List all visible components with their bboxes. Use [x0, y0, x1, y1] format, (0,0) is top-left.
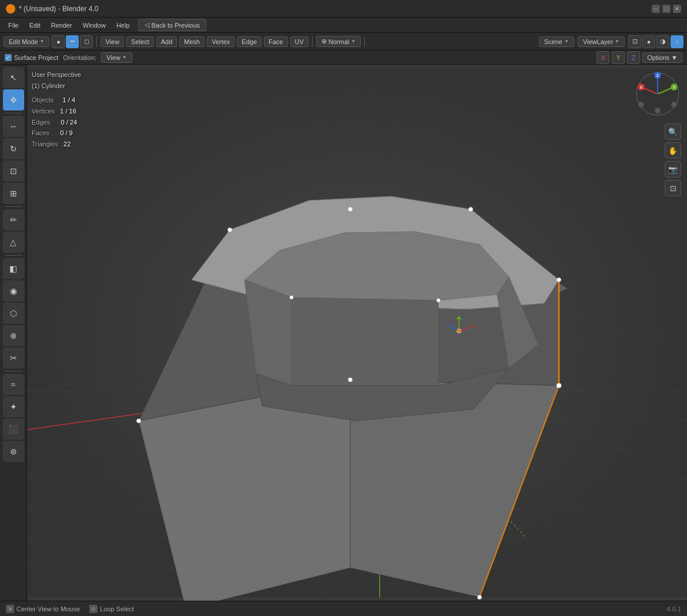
- zoom-in-btn[interactable]: 🔍: [665, 123, 681, 140]
- viewport[interactable]: User Perspective (1) Cylinder Objects 1 …: [27, 65, 687, 601]
- svg-text:X: X: [640, 85, 643, 89]
- transform-selector[interactable]: ⊕ Normal ▼: [316, 36, 361, 47]
- sep-1: [96, 36, 97, 47]
- loop-cut-tool-btn[interactable]: ⊕: [3, 325, 24, 346]
- view-menu[interactable]: View: [100, 36, 124, 47]
- vertex-select-mode[interactable]: ●: [52, 35, 65, 48]
- view-layer-selector[interactable]: ViewLayer ▼: [578, 36, 625, 47]
- mode-dropdown-arrow: ▼: [40, 39, 45, 44]
- svg-point-49: [437, 299, 440, 302]
- sep-2: [312, 36, 313, 47]
- vertex-menu[interactable]: Vertex: [207, 36, 234, 47]
- tool-sep-2: [5, 206, 22, 207]
- face-menu[interactable]: Face: [264, 36, 287, 47]
- title-bar: * (Unsaved) - Blender 4.0 ─ □ ✕: [0, 0, 687, 18]
- tool-sep-1: [5, 113, 22, 113]
- sep-3: [364, 36, 365, 47]
- svg-point-73: [638, 102, 644, 108]
- smooth-tool-btn[interactable]: ≈: [3, 374, 24, 395]
- svg-point-39: [228, 228, 232, 232]
- y-axis-btn[interactable]: Y: [612, 51, 625, 64]
- svg-text:Z: Z: [656, 73, 659, 78]
- menu-render[interactable]: Render: [46, 21, 77, 30]
- transform-tool-btn[interactable]: ⊞: [3, 183, 24, 204]
- status-bar: 🖱 Center View to Mouse ⊙ Loop Select 4.0…: [0, 601, 687, 616]
- svg-text:Y: Y: [673, 85, 676, 89]
- pan-btn[interactable]: ✋: [665, 142, 681, 159]
- svg-point-41: [469, 207, 473, 212]
- back-button-label: Back to Previous: [152, 22, 200, 29]
- select-icon: ⊙: [89, 605, 98, 613]
- svg-point-71: [671, 102, 677, 108]
- surface-project-label[interactable]: Surface Project: [5, 54, 58, 61]
- shrink-flatten-btn[interactable]: ✦: [3, 396, 24, 417]
- move-tool-btn[interactable]: ↔: [3, 116, 24, 137]
- orientation-selector[interactable]: View ▼: [101, 52, 132, 63]
- inset-tool-btn[interactable]: ◉: [3, 280, 24, 302]
- push-pull-btn[interactable]: ⬛: [3, 419, 24, 440]
- svg-point-43: [557, 383, 561, 388]
- x-axis-btn[interactable]: X: [596, 51, 609, 64]
- top-toolbar: Edit Mode ▼ ● ━ ◻ View Select Add Mesh V…: [0, 33, 687, 51]
- camera-btn[interactable]: 📷: [665, 161, 681, 178]
- bevel-tool-btn[interactable]: ⬡: [3, 303, 24, 324]
- close-button[interactable]: ✕: [673, 5, 681, 13]
- app-icon: [6, 4, 15, 14]
- tool-sep-4: [5, 371, 22, 371]
- back-to-previous-button[interactable]: ◁ Back to Previous: [138, 19, 207, 31]
- menu-edit[interactable]: Edit: [25, 21, 45, 30]
- gizmo-area[interactable]: Z Y X: [634, 71, 681, 118]
- scale-tool-btn[interactable]: ⊡: [3, 160, 24, 182]
- transform-icon: ⊕: [321, 38, 327, 45]
- axis-controls: X Y Z Options ▼: [596, 51, 682, 64]
- cursor-tool-btn[interactable]: ✥: [3, 89, 24, 111]
- back-arrow-icon: ◁: [145, 21, 149, 29]
- menu-bar: File Edit Render Window Help ◁ Back to P…: [0, 18, 687, 33]
- select-menu[interactable]: Select: [126, 36, 154, 47]
- svg-point-42: [557, 278, 561, 282]
- menu-file[interactable]: File: [4, 21, 24, 30]
- options-btn[interactable]: Options ▼: [642, 52, 682, 63]
- right-header-group: Scene ▼ ViewLayer ▼ ⊡ ● ◑ ○: [539, 35, 683, 48]
- edge-select-mode[interactable]: ━: [66, 35, 79, 48]
- surface-project-checkbox[interactable]: [5, 54, 12, 61]
- tool-sep-3: [5, 255, 22, 256]
- select-tool-btn[interactable]: ↖: [3, 67, 24, 88]
- scene-label: Scene: [544, 38, 562, 45]
- solid-btn[interactable]: ●: [642, 35, 655, 48]
- projection-btn[interactable]: ⊡: [665, 180, 681, 196]
- z-axis-btn[interactable]: Z: [627, 51, 640, 64]
- rendered-btn[interactable]: ○: [671, 35, 683, 48]
- mesh-select-modes: ● ━ ◻: [52, 35, 93, 48]
- svg-point-44: [478, 595, 482, 600]
- maximize-button[interactable]: □: [662, 5, 671, 13]
- viewport-display-modes: ⊡ ● ◑ ○: [628, 35, 683, 48]
- window-controls[interactable]: ─ □ ✕: [652, 5, 681, 13]
- mode-selector[interactable]: Edit Mode ▼: [4, 36, 49, 47]
- menu-window[interactable]: Window: [78, 21, 110, 30]
- svg-point-45: [137, 419, 141, 423]
- mesh-menu[interactable]: Mesh: [179, 36, 205, 47]
- 3d-canvas[interactable]: [27, 65, 687, 601]
- measure-tool-btn[interactable]: △: [3, 232, 24, 253]
- svg-point-57: [457, 329, 461, 333]
- add-menu[interactable]: Add: [156, 36, 177, 47]
- material-btn[interactable]: ◑: [656, 35, 669, 48]
- menu-help[interactable]: Help: [112, 21, 135, 30]
- window-title: * (Unsaved) - Blender 4.0: [19, 5, 652, 13]
- extrude-tool-btn[interactable]: ◧: [3, 258, 24, 279]
- uv-menu[interactable]: UV: [290, 36, 309, 47]
- scene-selector[interactable]: Scene ▼: [539, 36, 574, 47]
- shear-btn[interactable]: ⊛: [3, 441, 24, 462]
- knife-tool-btn[interactable]: ✂: [3, 347, 24, 369]
- rotate-tool-btn[interactable]: ↻: [3, 138, 24, 159]
- annotate-tool-btn[interactable]: ✏: [3, 209, 24, 230]
- wireframe-btn[interactable]: ⊡: [628, 35, 641, 48]
- edge-menu[interactable]: Edge: [237, 36, 262, 47]
- face-select-mode[interactable]: ◻: [80, 35, 93, 48]
- right-status-item: ⊙ Loop Select: [89, 605, 134, 613]
- minimize-button[interactable]: ─: [652, 5, 660, 13]
- mouse-icon: 🖱: [6, 605, 14, 613]
- transform-dropdown-arrow: ▼: [351, 39, 356, 44]
- navigation-gizmo[interactable]: Z Y X: [634, 71, 681, 118]
